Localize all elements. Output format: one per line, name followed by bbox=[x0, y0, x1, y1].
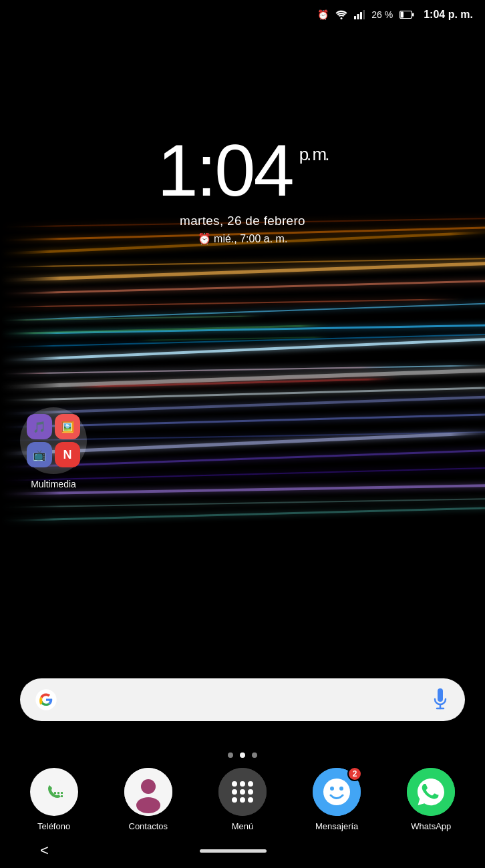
battery-icon bbox=[399, 11, 414, 19]
page-dots bbox=[0, 752, 485, 758]
clock-widget: 1:04 p. m. martes, 26 de febrero ⏰ mié.,… bbox=[0, 134, 485, 245]
svg-point-28 bbox=[232, 797, 237, 803]
dot-1[interactable] bbox=[228, 752, 233, 758]
netflix-icon: N bbox=[55, 442, 80, 467]
multimedia-folder[interactable]: 🎵 🖼️ 📺 N Multimedia bbox=[20, 407, 87, 489]
back-button[interactable]: < bbox=[40, 842, 49, 859]
menu-icon bbox=[218, 768, 267, 816]
svg-point-32 bbox=[323, 779, 350, 805]
music-icon: 🎵 bbox=[27, 414, 52, 439]
svg-rect-14 bbox=[61, 792, 63, 794]
menu-icon-wrap bbox=[218, 768, 267, 816]
svg-rect-8 bbox=[438, 688, 443, 702]
svg-point-11 bbox=[41, 779, 67, 805]
svg-point-26 bbox=[240, 789, 245, 795]
dock-item-whatsapp[interactable]: WhatsApp bbox=[397, 768, 464, 831]
svg-point-20 bbox=[136, 797, 160, 813]
dot-3[interactable] bbox=[252, 752, 257, 758]
svg-point-34 bbox=[339, 787, 343, 791]
telefono-label: Teléfono bbox=[37, 821, 70, 831]
whatsapp-icon bbox=[407, 768, 455, 816]
dot-2[interactable] bbox=[240, 752, 245, 758]
battery-percent: 26 % bbox=[371, 9, 393, 20]
svg-rect-12 bbox=[54, 792, 56, 794]
svg-rect-17 bbox=[61, 795, 63, 797]
search-bar[interactable] bbox=[20, 678, 465, 721]
clock-ampm: p. m. bbox=[299, 146, 328, 163]
svg-rect-1 bbox=[354, 16, 356, 19]
clock-time: 1:04 p. m. bbox=[158, 134, 328, 207]
svg-point-22 bbox=[232, 781, 237, 787]
status-bar: ⏰ 26 % 1:04 p. m. bbox=[0, 0, 485, 29]
svg-point-29 bbox=[240, 797, 245, 803]
dock: Teléfono Contactos bbox=[0, 768, 485, 831]
svg-point-33 bbox=[330, 787, 334, 791]
svg-rect-7 bbox=[401, 12, 404, 18]
svg-point-0 bbox=[341, 17, 343, 19]
telefono-icon bbox=[30, 768, 78, 816]
wifi-icon bbox=[335, 10, 347, 19]
contactos-icon-wrap bbox=[124, 768, 172, 816]
telefono-icon-wrap bbox=[30, 768, 78, 816]
svg-point-24 bbox=[248, 781, 253, 787]
signal-icon bbox=[354, 10, 365, 19]
mensajeria-icon-wrap: 2 bbox=[313, 768, 361, 816]
dock-item-telefono[interactable]: Teléfono bbox=[21, 768, 88, 831]
alarm-icon: ⏰ bbox=[317, 9, 329, 20]
svg-rect-2 bbox=[357, 14, 359, 19]
multimedia-label: Multimedia bbox=[31, 479, 76, 489]
folder-icon: 🎵 🖼️ 📺 N bbox=[20, 407, 87, 474]
whatsapp-icon-wrap bbox=[407, 768, 455, 816]
dock-item-contactos[interactable]: Contactos bbox=[115, 768, 182, 831]
home-pill[interactable] bbox=[200, 849, 267, 853]
contactos-icon bbox=[124, 768, 172, 816]
svg-rect-16 bbox=[57, 795, 59, 797]
mensajeria-label: Mensajería bbox=[315, 821, 358, 831]
mic-icon[interactable] bbox=[429, 688, 452, 711]
whatsapp-label: WhatsApp bbox=[411, 821, 451, 831]
dock-item-menu[interactable]: Menú bbox=[209, 768, 276, 831]
svg-point-30 bbox=[248, 797, 253, 803]
status-time: 1:04 p. m. bbox=[424, 9, 473, 21]
dock-item-mensajeria[interactable]: 2 Mensajería bbox=[303, 768, 370, 831]
svg-point-19 bbox=[141, 779, 156, 794]
menu-label: Menú bbox=[232, 821, 254, 831]
clock-alarm: ⏰ mié., 7:00 a. m. bbox=[198, 232, 288, 245]
svg-rect-4 bbox=[363, 10, 365, 19]
svg-point-27 bbox=[248, 789, 253, 795]
svg-point-25 bbox=[232, 789, 237, 795]
nav-bar: < bbox=[0, 833, 485, 868]
contactos-label: Contactos bbox=[129, 821, 168, 831]
gallery-icon: 🖼️ bbox=[55, 414, 80, 439]
google-logo bbox=[33, 687, 59, 712]
video-icon: 📺 bbox=[27, 442, 52, 467]
clock-date: martes, 26 de febrero bbox=[180, 214, 305, 228]
mensajeria-badge: 2 bbox=[347, 767, 362, 781]
svg-rect-3 bbox=[360, 12, 362, 19]
svg-rect-13 bbox=[57, 792, 59, 794]
svg-rect-6 bbox=[412, 13, 414, 17]
svg-point-23 bbox=[240, 781, 245, 787]
svg-rect-15 bbox=[54, 795, 56, 797]
